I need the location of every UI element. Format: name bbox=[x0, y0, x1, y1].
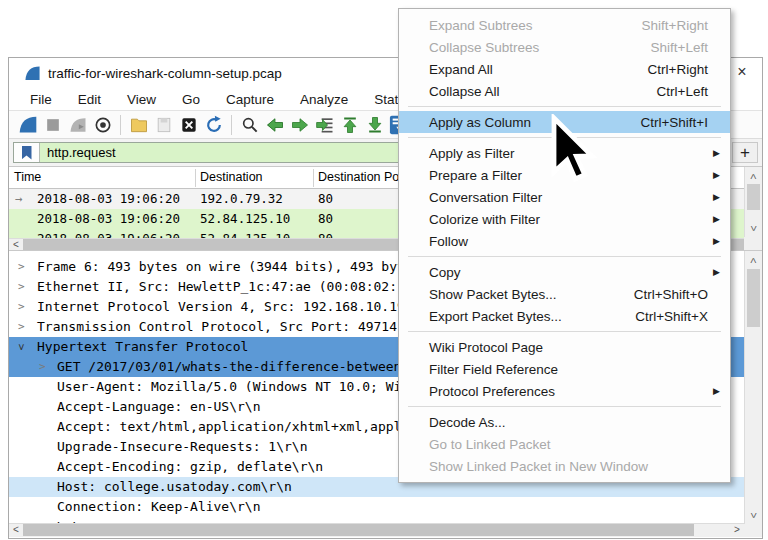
add-filter-button[interactable]: + bbox=[732, 142, 758, 163]
stop-capture-icon bbox=[42, 114, 64, 136]
hscroll-thumb[interactable] bbox=[23, 524, 694, 536]
save-file-icon bbox=[153, 114, 175, 136]
menu-item-label: Filter Field Reference bbox=[429, 362, 720, 377]
menubar-go[interactable]: Go bbox=[169, 92, 213, 107]
scroll-left-icon[interactable]: < bbox=[9, 239, 23, 250]
vscroll-thumb[interactable] bbox=[747, 184, 760, 210]
go-to-bottom-icon[interactable] bbox=[364, 114, 386, 136]
scroll-down-icon[interactable]: > bbox=[745, 508, 762, 522]
cell-destination-port: 80 bbox=[318, 209, 333, 229]
open-file-icon[interactable] bbox=[128, 114, 150, 136]
submenu-arrow-icon: ▶ bbox=[710, 386, 720, 396]
detail-text: Ethernet II, Src: HewlettP_1c:47:ae (00:… bbox=[37, 279, 413, 294]
detail-text: Connection: Keep-Alive\r\n bbox=[57, 499, 261, 514]
menu-item-show-packet-bytes[interactable]: Show Packet Bytes...Ctrl+Shift+O bbox=[399, 283, 730, 305]
mouse-cursor-icon bbox=[548, 114, 606, 194]
menubar-analyze[interactable]: Analyze bbox=[287, 92, 361, 107]
menubar-file[interactable]: File bbox=[17, 92, 65, 107]
menu-item-follow[interactable]: Follow▶ bbox=[399, 230, 730, 252]
column-header-destination[interactable]: Destination bbox=[200, 170, 263, 184]
filter-bookmark-button[interactable] bbox=[14, 143, 40, 162]
menu-item-expand-all[interactable]: Expand AllCtrl+Right bbox=[399, 58, 730, 80]
reload-icon[interactable] bbox=[203, 114, 225, 136]
cell-destination: 52.84.125.10 bbox=[200, 209, 290, 229]
detail-text: Accept: text/html,application/xhtml+xml,… bbox=[57, 419, 409, 434]
menu-item-protocol-preferences[interactable]: Protocol Preferences▶ bbox=[399, 380, 730, 402]
menu-item-label: Colorize with Filter bbox=[429, 212, 710, 227]
scroll-down-icon[interactable]: > bbox=[745, 221, 762, 235]
menu-item-collapse-all[interactable]: Collapse AllCtrl+Left bbox=[399, 80, 730, 102]
menu-item-label: Collapse All bbox=[429, 84, 657, 99]
go-to-packet-icon[interactable] bbox=[314, 114, 336, 136]
detail-text: User-Agent: Mozilla/5.0 (Windows NT 10.0… bbox=[57, 379, 409, 394]
menu-item-label: Decode As... bbox=[429, 415, 720, 430]
column-divider[interactable] bbox=[195, 169, 196, 187]
menu-item-colorize-with-filter[interactable]: Colorize with Filter▶ bbox=[399, 208, 730, 230]
packet-list-vscrollbar[interactable]: > > bbox=[744, 167, 762, 237]
toolbar-separator bbox=[231, 115, 232, 135]
menu-item-export-packet-bytes[interactable]: Export Packet Bytes...Ctrl+Shift+X bbox=[399, 305, 730, 327]
column-header-destination-port[interactable]: Destination Port bbox=[318, 170, 407, 184]
restart-capture-icon bbox=[67, 114, 89, 136]
menu-separator bbox=[408, 106, 721, 107]
cell-destination: 192.0.79.32 bbox=[200, 189, 283, 209]
expand-chevron-icon[interactable]: > bbox=[18, 317, 25, 337]
menubar-edit[interactable]: Edit bbox=[65, 92, 114, 107]
cell-time: 2018-08-03 19:06:20 bbox=[37, 209, 180, 229]
vscroll-thumb[interactable] bbox=[747, 269, 760, 327]
menu-item-expand-subtrees: Expand SubtreesShift+Right bbox=[399, 14, 730, 36]
menu-item-label: Show Linked Packet in New Window bbox=[429, 459, 720, 474]
cell-destination: 52.84.125.10 bbox=[200, 229, 290, 238]
menubar-capture[interactable]: Capture bbox=[213, 92, 287, 107]
go-back-icon[interactable] bbox=[264, 114, 286, 136]
detail-text: Frame 6: 493 bytes on wire (3944 bits), … bbox=[37, 259, 413, 274]
details-hscrollbar[interactable]: < > bbox=[9, 523, 744, 537]
submenu-arrow-icon: ▶ bbox=[710, 267, 720, 277]
wireshark-fin-icon[interactable] bbox=[17, 114, 39, 136]
menu-item-decode-as[interactable]: Decode As... bbox=[399, 411, 730, 433]
menu-item-shortcut: Ctrl+Shift+I bbox=[640, 115, 708, 130]
menu-item-show-linked-packet-in-new-window: Show Linked Packet in New Window bbox=[399, 455, 730, 477]
scroll-right-icon[interactable]: > bbox=[730, 524, 744, 536]
menu-item-label: Show Packet Bytes... bbox=[429, 287, 634, 302]
go-forward-icon[interactable] bbox=[289, 114, 311, 136]
menu-item-label: Go to Linked Packet bbox=[429, 437, 720, 452]
go-to-top-icon[interactable] bbox=[339, 114, 361, 136]
cell-time: 2018-08-03 19:06:20 bbox=[37, 229, 180, 238]
menu-item-label: Expand Subtrees bbox=[429, 18, 642, 33]
close-file-icon[interactable] bbox=[178, 114, 200, 136]
detail-text: Accept-Language: en-US\r\n bbox=[57, 399, 261, 414]
detail-text: Host: college.usatoday.com\r\n bbox=[57, 479, 292, 494]
menu-item-shortcut: Ctrl+Shift+O bbox=[634, 287, 708, 302]
details-vscrollbar[interactable]: > > bbox=[744, 251, 762, 524]
menu-item-filter-field-reference[interactable]: Filter Field Reference bbox=[399, 358, 730, 380]
menubar-view[interactable]: View bbox=[114, 92, 169, 107]
scroll-up-icon[interactable]: > bbox=[745, 169, 762, 183]
capture-options-icon[interactable] bbox=[92, 114, 114, 136]
expand-chevron-icon[interactable]: > bbox=[18, 277, 25, 297]
submenu-arrow-icon: ▶ bbox=[710, 192, 720, 202]
detail-row[interactable]: Connection: Keep-Alive\r\n bbox=[9, 497, 744, 517]
submenu-arrow-icon: ▶ bbox=[710, 214, 720, 224]
menu-item-label: Copy bbox=[429, 265, 710, 280]
find-packet-icon[interactable] bbox=[239, 114, 261, 136]
submenu-arrow-icon: ▶ bbox=[710, 170, 720, 180]
scrollbar-corner bbox=[744, 524, 762, 537]
scroll-up-icon[interactable]: > bbox=[745, 253, 762, 267]
scroll-left-icon[interactable]: < bbox=[9, 524, 23, 536]
collapse-chevron-icon[interactable]: > bbox=[11, 344, 31, 351]
expand-chevron-icon[interactable]: > bbox=[39, 357, 46, 377]
menu-separator bbox=[408, 406, 721, 407]
detail-text: GET /2017/03/01/whats-the-difference-bet… bbox=[57, 359, 409, 374]
expand-chevron-icon[interactable]: > bbox=[18, 257, 25, 277]
column-header-time[interactable]: Time bbox=[14, 170, 41, 184]
detail-text: Hypertext Transfer Protocol bbox=[37, 339, 248, 354]
menu-item-label: Collapse Subtrees bbox=[429, 40, 651, 55]
close-window-icon[interactable]: × bbox=[733, 62, 751, 82]
detail-text: Transmission Control Protocol, Src Port:… bbox=[37, 319, 405, 334]
menu-item-label: Protocol Preferences bbox=[429, 384, 710, 399]
column-divider[interactable] bbox=[313, 169, 314, 187]
menu-item-copy[interactable]: Copy▶ bbox=[399, 261, 730, 283]
expand-chevron-icon[interactable]: > bbox=[18, 297, 25, 317]
menu-item-wiki-protocol-page[interactable]: Wiki Protocol Page bbox=[399, 336, 730, 358]
